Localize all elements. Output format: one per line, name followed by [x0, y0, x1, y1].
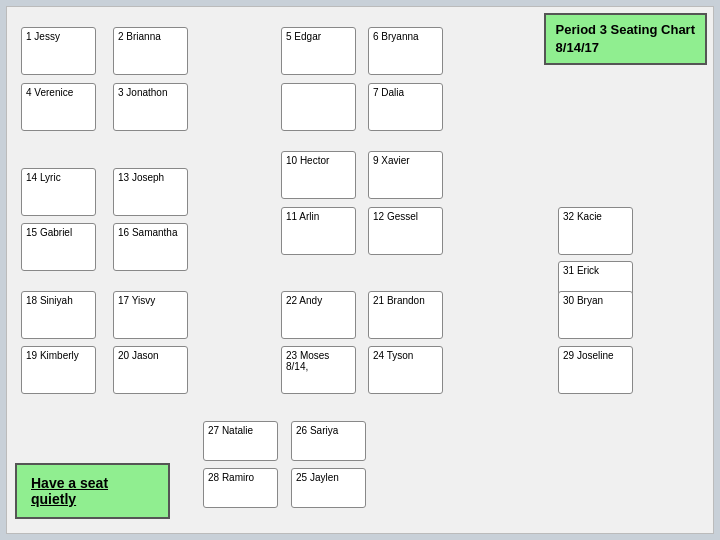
desk-d24: 24 Tyson: [368, 346, 443, 394]
desk-d26: 26 Sariya: [291, 421, 366, 461]
desk-d12: 12 Gessel: [368, 207, 443, 255]
desk-d22: 22 Andy: [281, 291, 356, 339]
desk-d2: 2 Brianna: [113, 27, 188, 75]
desk-d_e: [281, 83, 356, 131]
desk-d32: 32 Kacie: [558, 207, 633, 255]
desk-d25: 25 Jaylen: [291, 468, 366, 508]
seating-chart-area: Period 3 Seating Chart 8/14/17 1 Jessy2 …: [6, 6, 714, 534]
desk-d18: 18 Siniyah: [21, 291, 96, 339]
desk-d4: 4 Verenice: [21, 83, 96, 131]
desk-d30: 30 Bryan: [558, 291, 633, 339]
desk-d23: 23 Moses 8/14,: [281, 346, 356, 394]
desk-d20: 20 Jason: [113, 346, 188, 394]
desk-d6: 6 Bryanna: [368, 27, 443, 75]
desk-d21: 21 Brandon: [368, 291, 443, 339]
desk-d3: 3 Jonathon: [113, 83, 188, 131]
desk-d5: 5 Edgar: [281, 27, 356, 75]
desk-d14: 14 Lyric: [21, 168, 96, 216]
desk-d27: 27 Natalie: [203, 421, 278, 461]
have-seat-label: Have a seat quietly: [15, 463, 170, 519]
title-line1: Period 3 Seating Chart: [556, 22, 695, 37]
desk-d28: 28 Ramiro: [203, 468, 278, 508]
desk-d11: 11 Arlin: [281, 207, 356, 255]
desk-d19: 19 Kimberly: [21, 346, 96, 394]
desk-d17: 17 Yisvy: [113, 291, 188, 339]
seat-grid: 1 Jessy2 Brianna5 Edgar6 Bryanna4 Vereni…: [13, 13, 707, 527]
desk-d13: 13 Joseph: [113, 168, 188, 216]
desk-d29: 29 Joseline: [558, 346, 633, 394]
desk-d15: 15 Gabriel: [21, 223, 96, 271]
title-line2: 8/14/17: [556, 40, 599, 55]
desk-d7: 7 Dalia: [368, 83, 443, 131]
desk-d10: 10 Hector: [281, 151, 356, 199]
desk-d1: 1 Jessy: [21, 27, 96, 75]
title-box: Period 3 Seating Chart 8/14/17: [544, 13, 707, 65]
desk-d9: 9 Xavier: [368, 151, 443, 199]
main-container: Period 3 Seating Chart 8/14/17 1 Jessy2 …: [0, 0, 720, 540]
desk-d16: 16 Samantha: [113, 223, 188, 271]
